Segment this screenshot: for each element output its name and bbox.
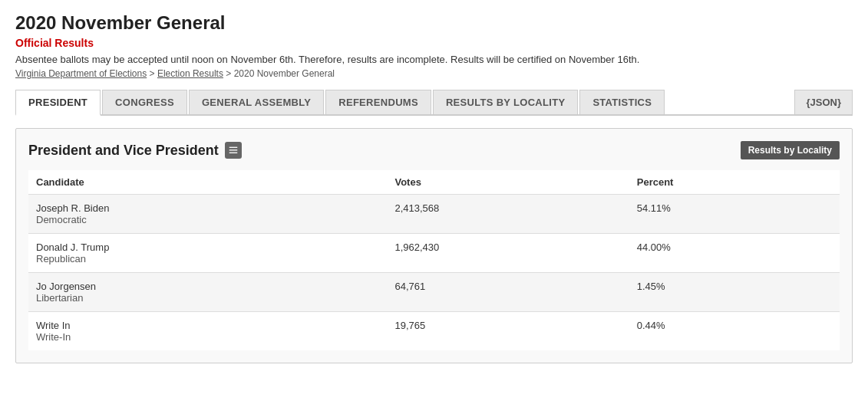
col-header-votes: Votes xyxy=(387,170,629,195)
tab-general-assembly[interactable]: GENERAL ASSEMBLY xyxy=(189,90,324,114)
table-header-row: Candidate Votes Percent xyxy=(28,170,840,195)
list-icon xyxy=(225,142,242,159)
votes-cell: 19,765 xyxy=(387,312,629,351)
table-row: Joseph R. BidenDemocratic2,413,56854.11% xyxy=(28,195,840,234)
candidate-cell: Write InWrite-In xyxy=(28,312,387,351)
page-title: 2020 November General xyxy=(15,12,853,34)
tab-statistics[interactable]: STATISTICS xyxy=(579,90,665,114)
breadcrumb: Virginia Department of Elections > Elect… xyxy=(15,68,853,79)
panel-title: President and Vice President xyxy=(28,142,242,159)
breadcrumb-link-results[interactable]: Election Results xyxy=(157,68,223,79)
breadcrumb-sep2: > xyxy=(223,68,234,79)
tabs-bar: PRESIDENT CONGRESS GENERAL ASSEMBLY REFE… xyxy=(15,90,853,116)
breadcrumb-sep1: > xyxy=(147,68,157,79)
table-row: Jo JorgensenLibertarian64,7611.45% xyxy=(28,273,840,312)
candidate-cell: Donald J. TrumpRepublican xyxy=(28,234,387,273)
tab-json[interactable]: {JSON} xyxy=(794,90,853,114)
tab-president[interactable]: PRESIDENT xyxy=(15,90,101,116)
votes-cell: 64,761 xyxy=(387,273,629,312)
breadcrumb-link-elections[interactable]: Virginia Department of Elections xyxy=(15,68,147,79)
notice-text: Absentee ballots may be accepted until n… xyxy=(15,54,853,65)
candidate-name: Joseph R. Biden xyxy=(36,202,379,214)
results-by-locality-button[interactable]: Results by Locality xyxy=(741,141,840,159)
breadcrumb-current: 2020 November General xyxy=(234,68,335,79)
candidate-party: Republican xyxy=(36,253,379,264)
candidate-party: Democratic xyxy=(36,214,379,225)
candidate-cell: Joseph R. BidenDemocratic xyxy=(28,195,387,234)
tab-congress[interactable]: CONGRESS xyxy=(102,90,187,114)
col-header-candidate: Candidate xyxy=(28,170,387,195)
candidate-cell: Jo JorgensenLibertarian xyxy=(28,273,387,312)
official-results-label: Official Results xyxy=(15,37,853,49)
percent-cell: 1.45% xyxy=(629,273,840,312)
svg-rect-1 xyxy=(229,150,238,150)
col-header-percent: Percent xyxy=(629,170,840,195)
tab-results-by-locality[interactable]: RESULTS BY LOCALITY xyxy=(433,90,578,114)
content-panel: President and Vice President Results by … xyxy=(15,128,853,363)
table-row: Donald J. TrumpRepublican1,962,43044.00% xyxy=(28,234,840,273)
results-table: Candidate Votes Percent Joseph R. BidenD… xyxy=(28,170,840,350)
candidate-party: Libertarian xyxy=(36,292,379,304)
percent-cell: 0.44% xyxy=(629,312,840,351)
candidate-name: Jo Jorgensen xyxy=(36,281,379,292)
votes-cell: 1,962,430 xyxy=(387,234,629,273)
percent-cell: 44.00% xyxy=(629,234,840,273)
svg-rect-0 xyxy=(229,147,238,148)
panel-title-text: President and Vice President xyxy=(28,143,219,159)
tab-referendums[interactable]: REFERENDUMS xyxy=(325,90,431,114)
candidate-party: Write-In xyxy=(36,331,379,343)
table-row: Write InWrite-In19,7650.44% xyxy=(28,312,840,351)
percent-cell: 54.11% xyxy=(629,195,840,234)
candidate-name: Donald J. Trump xyxy=(36,242,379,253)
svg-rect-2 xyxy=(229,153,238,153)
panel-header: President and Vice President Results by … xyxy=(28,141,840,159)
candidate-name: Write In xyxy=(36,320,379,331)
votes-cell: 2,413,568 xyxy=(387,195,629,234)
